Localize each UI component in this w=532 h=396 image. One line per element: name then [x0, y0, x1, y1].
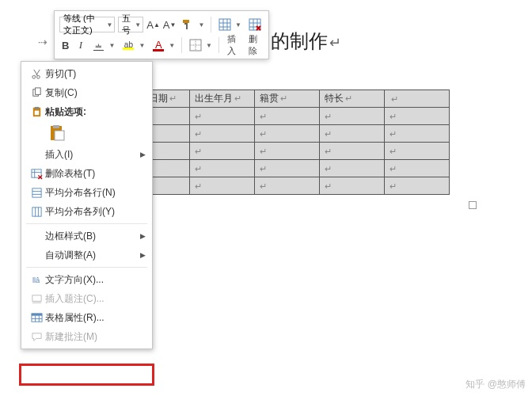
underline-button[interactable]: ⫨▼: [89, 36, 116, 54]
svg-point-15: [32, 75, 35, 78]
svg-rect-20: [34, 106, 39, 109]
font-size-combo[interactable]: 五号▼: [118, 17, 143, 32]
svg-rect-37: [32, 295, 40, 301]
svg-rect-23: [53, 125, 59, 128]
bold-button[interactable]: B: [59, 36, 71, 54]
table-resize-handle[interactable]: [469, 201, 477, 209]
menu-cut[interactable]: 剪切(T): [21, 64, 152, 83]
menu-delete-table[interactable]: 删除表格(T): [21, 164, 152, 183]
table-header-row: 入党日期↵ 出生年月↵ 籍贯↵ 特长↵ ↵: [125, 90, 450, 108]
svg-rect-0: [219, 19, 230, 30]
text-direction-icon: llâ: [28, 274, 45, 286]
mini-toolbar: 等线 (中文正文)▼ 五号▼ A▲ A▼ ▼ ▼ B I ⫨▼ ab▼ A▼ ▼…: [54, 10, 269, 59]
caption-icon: [28, 293, 45, 305]
insert-button[interactable]: 插入: [224, 36, 242, 54]
svg-text:llâ: llâ: [32, 276, 40, 284]
highlight-button[interactable]: ab▼: [120, 36, 146, 54]
svg-rect-18: [35, 87, 40, 93]
comment-icon: [28, 331, 45, 343]
menu-border-styles[interactable]: 边框样式(B)▶: [21, 227, 152, 246]
col-header: 籍贯: [260, 93, 279, 104]
table-row: ↵↵↵↵↵: [125, 108, 450, 125]
menu-autofit[interactable]: 自动调整(A)▶: [21, 246, 152, 265]
font-color-button[interactable]: A▼: [150, 36, 177, 54]
font-name-combo[interactable]: 等线 (中文正文)▼: [59, 17, 115, 32]
table-properties-icon: [28, 312, 45, 324]
delete-table-button[interactable]: [246, 16, 264, 33]
menu-distribute-rows[interactable]: 平均分布各行(N): [21, 183, 152, 202]
table-row: ↵↵↵↵↵: [125, 160, 450, 177]
menu-insert-caption: 插入题注(C)...: [21, 289, 152, 308]
menu-copy[interactable]: 复制(C): [21, 83, 152, 102]
highlighted-item-indicator: [19, 364, 154, 386]
context-menu: 剪切(T) 复制(C) 粘贴选项: 插入(I)▶ 删除表格(T) 平均分布各行(…: [21, 61, 153, 349]
copy-icon: [28, 87, 45, 99]
increase-font-icon[interactable]: A▲: [146, 16, 160, 33]
menu-paste-options-header: 粘贴选项:: [21, 102, 152, 121]
menu-insert[interactable]: 插入(I)▶: [21, 145, 152, 164]
paragraph-mark-icon: ⇢: [38, 36, 48, 48]
watermark: 知乎 @憨师傅: [466, 378, 526, 391]
distribute-rows-icon: [28, 187, 45, 199]
svg-point-16: [36, 75, 40, 78]
document-title-fragment: 的制作↵: [271, 29, 341, 54]
cut-icon: [28, 68, 45, 80]
data-table[interactable]: 入党日期↵ 出生年月↵ 籍贯↵ 特长↵ ↵ ↵↵↵↵↵ ↵↵↵↵↵ ↵↵↵↵↵ …: [124, 89, 450, 195]
svg-rect-24: [55, 131, 64, 140]
delete-button[interactable]: 删除: [245, 36, 264, 54]
format-painter-button[interactable]: ▼: [179, 16, 206, 33]
italic-button[interactable]: I: [74, 36, 86, 54]
insert-table-button[interactable]: ▼: [216, 16, 243, 33]
decrease-font-icon[interactable]: A▼: [163, 16, 177, 33]
svg-rect-21: [34, 110, 39, 115]
menu-text-direction[interactable]: llâ文字方向(X)...: [21, 270, 152, 289]
delete-table-icon: [28, 168, 45, 180]
distribute-cols-icon: [28, 206, 45, 218]
borders-button[interactable]: ▼: [187, 36, 214, 54]
menu-table-properties[interactable]: 表格属性(R)...: [21, 308, 152, 327]
menu-new-comment: 新建批注(M): [21, 327, 152, 346]
col-header: 特长: [325, 93, 344, 104]
table-row: ↵↵↵↵↵: [125, 143, 450, 160]
menu-paste-option-1[interactable]: [21, 121, 152, 145]
table-row: ↵↵↵↵↵: [125, 177, 450, 195]
col-header: 出生年月: [195, 93, 233, 104]
table-row: ↵↵↵↵↵: [125, 125, 450, 143]
svg-rect-40: [31, 313, 41, 315]
paste-icon: [28, 106, 45, 118]
svg-rect-30: [32, 188, 40, 196]
menu-distribute-cols[interactable]: 平均分布各列(Y): [21, 202, 152, 221]
svg-rect-33: [32, 207, 40, 215]
